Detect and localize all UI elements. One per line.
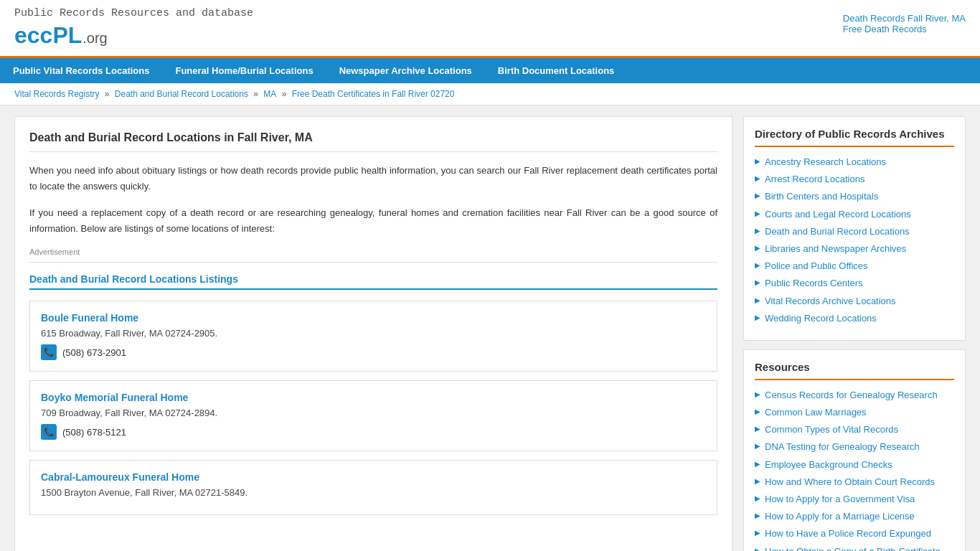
sidebar-link-4[interactable]: Death and Burial Record Locations	[765, 225, 910, 238]
main-layout: Death and Burial Record Locations in Fal…	[0, 105, 980, 551]
sidebar-link-8[interactable]: How to Have a Police Record Expunged	[765, 527, 931, 540]
listing-card: Boule Funeral Home615 Broadway, Fall Riv…	[29, 301, 717, 372]
intro-text: When you need info about obituary listin…	[29, 163, 717, 237]
site-logo[interactable]: eccPL.org	[14, 22, 253, 49]
breadcrumb-item-1[interactable]: Death and Burial Record Locations	[115, 89, 248, 99]
sidebar-link-item: ▶How and Where to Obtain Court Records	[755, 476, 954, 489]
sidebar-link-7[interactable]: Public Records Centers	[765, 277, 863, 290]
sidebar-link-item: ▶Public Records Centers	[755, 277, 954, 290]
sidebar-link-6[interactable]: Police and Public Offices	[765, 260, 868, 273]
listing-address: 1500 Brayton Avenue, Fall River, MA 0272…	[41, 487, 706, 498]
arrow-icon: ▶	[755, 314, 760, 321]
sidebar-link-9[interactable]: How to Obtain a Copy of a Birth Certific…	[765, 545, 941, 551]
nav-item-3[interactable]: Birth Document Locations	[485, 58, 628, 83]
listing-name[interactable]: Boule Funeral Home	[41, 312, 706, 324]
sidebar-link-9[interactable]: Wedding Record Locations	[765, 312, 877, 325]
site-header: Public Records Resources and database ec…	[0, 0, 980, 56]
sidebar-link-8[interactable]: Vital Records Archive Locations	[765, 295, 896, 308]
header-left: Public Records Resources and database ec…	[14, 7, 253, 56]
listing-phone: 📞(508) 678-5121	[41, 424, 706, 440]
breadcrumb: Vital Records Registry » Death and Buria…	[0, 83, 980, 105]
sidebar-link-item: ▶Death and Burial Record Locations	[755, 225, 954, 238]
header-right-link-0[interactable]: Death Records Fall River, MA	[843, 13, 966, 24]
sidebar-link-6[interactable]: How to Apply for a Government Visa	[765, 493, 915, 506]
arrow-icon: ▶	[755, 278, 760, 286]
logo-pl: PL	[52, 22, 82, 49]
phone-icon: 📞	[41, 344, 57, 360]
phone-number: (508) 673-2901	[62, 347, 126, 358]
arrow-icon: ▶	[755, 244, 760, 252]
arrow-icon: ▶	[755, 408, 760, 415]
arrow-icon: ▶	[755, 460, 760, 468]
ad-divider	[29, 262, 717, 263]
listings-section: Death and Burial Record Locations Listin…	[29, 273, 717, 515]
intro-p1: When you need info about obituary listin…	[29, 163, 717, 194]
phone-icon: 📞	[41, 424, 57, 440]
arrow-icon: ▶	[755, 296, 760, 304]
sidebar-link-item: ▶How to Apply for a Marriage License	[755, 510, 954, 523]
logo-ecc: ecc	[14, 22, 52, 49]
resources-box: Resources ▶Census Records for Genealogy …	[743, 349, 966, 551]
sidebar-link-3[interactable]: DNA Testing for Genealogy Research	[765, 441, 920, 453]
sidebar-link-item: ▶Ancestry Research Locations	[755, 156, 954, 169]
listing-card: Cabral-Lamoureux Funeral Home1500 Brayto…	[29, 460, 717, 515]
sidebar-link-5[interactable]: Libraries and Newspaper Archives	[765, 242, 906, 255]
sidebar-link-1[interactable]: Common Law Marriages	[765, 406, 867, 419]
listings-header: Death and Burial Record Locations Listin…	[29, 273, 717, 290]
arrow-icon: ▶	[755, 512, 760, 519]
sidebar-link-item: ▶Birth Centers and Hospitals	[755, 190, 954, 203]
ad-label: Advertisement	[29, 248, 717, 256]
sidebar-link-item: ▶Police and Public Offices	[755, 260, 954, 273]
sidebar-link-4[interactable]: Employee Background Checks	[765, 458, 892, 471]
listing-address: 709 Broadway, Fall River, MA 02724-2894.	[41, 408, 706, 418]
arrow-icon: ▶	[755, 425, 760, 433]
arrow-icon: ▶	[755, 227, 760, 235]
listing-name[interactable]: Boyko Memorial Funeral Home	[41, 392, 706, 403]
arrow-icon: ▶	[755, 529, 760, 537]
nav-item-1[interactable]: Funeral Home/Burial Locations	[162, 58, 326, 83]
resources-title: Resources	[755, 361, 954, 380]
arrow-icon: ▶	[755, 494, 760, 502]
breadcrumb-item-0[interactable]: Vital Records Registry	[14, 89, 100, 99]
sidebar-link-2[interactable]: Birth Centers and Hospitals	[765, 190, 878, 203]
sidebar-link-0[interactable]: Ancestry Research Locations	[765, 156, 886, 169]
listing-address: 615 Broadway, Fall River, MA 02724-2905.	[41, 328, 706, 339]
header-right: Death Records Fall River, MAFree Death R…	[843, 7, 966, 34]
header-right-link-1[interactable]: Free Death Records	[843, 24, 966, 34]
sidebar-link-5[interactable]: How and Where to Obtain Court Records	[765, 476, 935, 489]
sidebar-link-item: ▶DNA Testing for Genealogy Research	[755, 441, 954, 453]
breadcrumb-item-3[interactable]: Free Death Certificates in Fall River 02…	[292, 89, 455, 99]
arrow-icon: ▶	[755, 390, 760, 398]
sidebar-link-item: ▶How to Have a Police Record Expunged	[755, 527, 954, 540]
arrow-icon: ▶	[755, 547, 760, 551]
sidebar-link-item: ▶How to Obtain a Copy of a Birth Certifi…	[755, 545, 954, 551]
phone-number: (508) 678-5121	[62, 427, 126, 438]
listings-container: Boule Funeral Home615 Broadway, Fall Riv…	[29, 301, 717, 515]
arrow-icon: ▶	[755, 209, 760, 217]
sidebar-link-1[interactable]: Arrest Record Locations	[765, 173, 864, 186]
sidebar-link-item: ▶Libraries and Newspaper Archives	[755, 242, 954, 255]
breadcrumb-separator: »	[279, 89, 288, 99]
resources-links: ▶Census Records for Genealogy Research▶C…	[755, 389, 954, 551]
listing-card: Boyko Memorial Funeral Home709 Broadway,…	[29, 380, 717, 451]
arrow-icon: ▶	[755, 261, 760, 269]
nav-item-2[interactable]: Newspaper Archive Locations	[326, 58, 485, 83]
breadcrumb-item-2[interactable]: MA	[263, 89, 276, 99]
sidebar-link-item: ▶Employee Background Checks	[755, 458, 954, 471]
sidebar-link-item: ▶Vital Records Archive Locations	[755, 295, 954, 308]
arrow-icon: ▶	[755, 192, 760, 199]
sidebar-link-item: ▶Census Records for Genealogy Research	[755, 389, 954, 402]
sidebar-link-0[interactable]: Census Records for Genealogy Research	[765, 389, 938, 402]
sidebar-link-item: ▶Courts and Legal Record Locations	[755, 208, 954, 221]
arrow-icon: ▶	[755, 174, 760, 182]
sidebar-link-item: ▶Arrest Record Locations	[755, 173, 954, 186]
sidebar-link-item: ▶Wedding Record Locations	[755, 312, 954, 325]
nav-item-0[interactable]: Public Vital Records Locations	[0, 58, 162, 83]
sidebar-link-3[interactable]: Courts and Legal Record Locations	[765, 208, 911, 221]
sidebar-link-2[interactable]: Common Types of Vital Records	[765, 423, 898, 436]
listing-phone: 📞(508) 673-2901	[41, 344, 706, 360]
sidebar-link-7[interactable]: How to Apply for a Marriage License	[765, 510, 915, 523]
logo-org: .org	[83, 30, 107, 47]
intro-p2: If you need a replacement copy of a deat…	[29, 205, 717, 237]
listing-name[interactable]: Cabral-Lamoureux Funeral Home	[41, 471, 706, 483]
